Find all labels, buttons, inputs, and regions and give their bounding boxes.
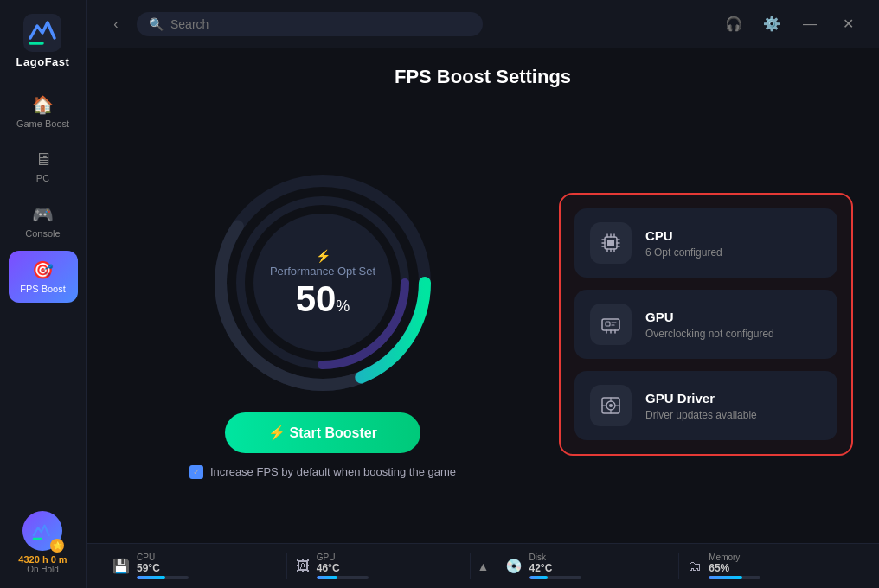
logo-text: LagoFast: [16, 55, 70, 68]
user-status: On Hold: [27, 565, 59, 574]
disk-status-item: 💿 Disk 42°C: [497, 553, 680, 579]
cpu-status-icon: 💾: [112, 558, 130, 574]
cpu-icon: [590, 222, 632, 264]
sidebar-item-pc[interactable]: 🖥 PC: [9, 141, 78, 192]
disk-status-name: Disk: [529, 553, 581, 562]
gauge-bolt: ⚡: [270, 248, 375, 262]
svg-rect-8: [607, 240, 614, 246]
sidebar-item-game-boost[interactable]: 🏠 Game Boost: [9, 86, 78, 137]
memory-status-bar: [709, 576, 760, 579]
svg-rect-21: [602, 319, 619, 330]
sidebar-item-fps-boost[interactable]: 🎯 FPS Boost: [9, 251, 78, 303]
chevron-up-icon[interactable]: ▲: [478, 559, 490, 573]
gauge-unit: %: [336, 297, 350, 314]
checkbox-label: Increase FPS by default when boosting th…: [210, 465, 456, 478]
search-icon: 🔍: [149, 17, 164, 31]
gpu-card-subtitle: Overclocking not configured: [645, 328, 822, 340]
memory-status-name: Memory: [709, 553, 760, 562]
gpu-status-name: GPU: [317, 553, 369, 562]
user-time: 4320 h 0 m: [18, 554, 67, 565]
gpu-icon: [590, 304, 632, 345]
gpu-card-title: GPU: [645, 310, 822, 324]
memory-status-val: 65%: [709, 562, 760, 574]
sidebar-label-fps-boost: FPS Boost: [20, 284, 66, 294]
avatar[interactable]: ⭐: [22, 511, 62, 551]
memory-bar-fill: [709, 576, 742, 579]
gpu-status-info: GPU 46°C: [317, 553, 369, 579]
lagofast-logo-icon: [23, 14, 61, 52]
close-button[interactable]: ✕: [834, 10, 862, 38]
chevron-area: ▲: [471, 559, 497, 573]
disk-status-info: Disk 42°C: [529, 553, 581, 579]
main-content: ‹ 🔍 🎧 ⚙️ — ✕ FPS Boost Settings: [87, 0, 879, 588]
gpu-driver-card-title: GPU Driver: [645, 391, 822, 406]
fps-checkbox[interactable]: ✓: [189, 465, 203, 479]
checkbox-row: ✓ Increase FPS by default when boosting …: [189, 465, 456, 479]
cpu-card-info: CPU 6 Opt configured: [645, 228, 822, 259]
gpu-status-item: 🖼 GPU 46°C: [287, 553, 471, 579]
cpu-status-bar: [137, 576, 189, 579]
user-area: ⭐ 4320 h 0 m On Hold: [18, 511, 67, 574]
cpu-status-name: CPU: [137, 553, 189, 562]
page-title: FPS Boost Settings: [112, 66, 853, 88]
gpu-card[interactable]: GPU Overclocking not configured: [574, 290, 837, 359]
home-icon: 🏠: [32, 94, 54, 115]
logo-area: LagoFast: [16, 14, 70, 68]
memory-status-item: 🗂 Memory 65%: [679, 553, 862, 579]
sidebar: LagoFast 🏠 Game Boost 🖥 PC 🎮 Console 🎯 F…: [0, 0, 87, 588]
sidebar-label-console: Console: [25, 228, 60, 239]
sidebar-label-game-boost: Game Boost: [16, 118, 69, 129]
memory-status-icon: 🗂: [688, 559, 702, 574]
bottom-bar: 💾 CPU 59°C 🖼 GPU 46°C ▲ 💿: [87, 543, 879, 588]
search-input[interactable]: [170, 17, 471, 31]
topbar: ‹ 🔍 🎧 ⚙️ — ✕: [87, 0, 879, 48]
topbar-actions: 🎧 ⚙️ — ✕: [720, 10, 862, 38]
gauge-container: ⚡ Performance Opt Set 50%: [210, 170, 435, 395]
disk-status-bar: [529, 576, 581, 579]
gpu-driver-card[interactable]: GPU Driver Driver updates available: [574, 371, 837, 440]
cpu-bar-fill: [137, 576, 165, 579]
disk-bar-fill: [529, 576, 548, 579]
gpu-status-icon: 🖼: [296, 559, 310, 574]
gamepad-icon: 🎮: [32, 204, 54, 225]
sidebar-item-console[interactable]: 🎮 Console: [9, 195, 78, 247]
memory-status-info: Memory 65%: [709, 553, 760, 579]
avatar-logo: [30, 519, 55, 543]
svg-rect-22: [606, 322, 610, 326]
page-content: FPS Boost Settings: [87, 48, 879, 543]
gpu-driver-icon: [590, 385, 632, 426]
gauge-value-group: 50%: [270, 280, 375, 316]
back-button[interactable]: ‹: [104, 12, 128, 36]
settings-button[interactable]: ⚙️: [758, 10, 786, 38]
gpu-status-bar: [317, 576, 369, 579]
cpu-status-item: 💾 CPU 59°C: [104, 553, 287, 579]
fps-icon: 🎯: [32, 259, 54, 280]
gauge-label: Performance Opt Set: [270, 264, 375, 277]
disk-status-icon: 💿: [505, 558, 523, 574]
cpu-card-subtitle: 6 Opt configured: [645, 246, 822, 259]
center-area: ⚡ Performance Opt Set 50% ⚡ Start Booste…: [112, 105, 853, 543]
cpu-card-title: CPU: [645, 228, 822, 243]
minimize-button[interactable]: —: [796, 10, 824, 38]
svg-point-30: [609, 404, 613, 407]
gpu-status-val: 46°C: [317, 562, 369, 574]
cards-panel: CPU 6 Opt configured: [559, 193, 853, 456]
gauge-value: 50: [296, 278, 337, 318]
cpu-status-info: CPU 59°C: [137, 553, 189, 579]
cpu-card[interactable]: CPU 6 Opt configured: [574, 208, 837, 278]
gpu-driver-card-subtitle: Driver updates available: [645, 409, 822, 421]
search-bar[interactable]: 🔍: [137, 12, 483, 36]
start-booster-button[interactable]: ⚡ Start Booster: [225, 412, 420, 453]
gpu-bar-fill: [317, 576, 337, 579]
gpu-card-info: GPU Overclocking not configured: [645, 310, 822, 340]
disk-status-val: 42°C: [529, 562, 581, 574]
gauge-section: ⚡ Performance Opt Set 50% ⚡ Start Booste…: [112, 170, 533, 479]
headset-button[interactable]: 🎧: [720, 10, 747, 38]
cpu-status-val: 59°C: [137, 562, 189, 574]
gpu-driver-card-info: GPU Driver Driver updates available: [645, 391, 822, 421]
monitor-icon: 🖥: [35, 150, 52, 169]
user-badge: ⭐: [50, 539, 64, 553]
sidebar-label-pc: PC: [36, 173, 49, 183]
gauge-center: ⚡ Performance Opt Set 50%: [270, 248, 375, 316]
